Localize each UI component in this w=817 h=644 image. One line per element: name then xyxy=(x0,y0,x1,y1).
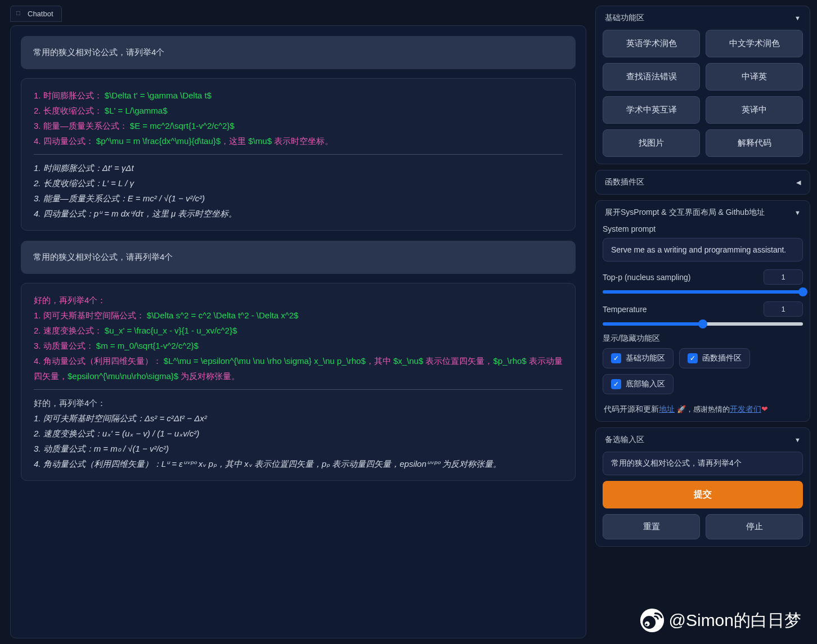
formula-text: ，其中 xyxy=(366,356,393,366)
chk-label: 基础功能区 xyxy=(626,353,665,363)
formula-label: 3. 动质量公式： xyxy=(34,341,94,350)
user-message: 常用的狭义相对论公式，请再列举4个 xyxy=(21,241,576,274)
rendered-formula: 2. 速度变换公式：uₓ′ = (uₓ − v) / (1 − uₓv/c²) xyxy=(34,426,563,441)
formula-label: 4. 角动量公式（利用四维矢量）： xyxy=(34,356,161,366)
submit-button[interactable]: 提交 xyxy=(603,481,803,508)
chk-basic[interactable]: ✓ 基础功能区 xyxy=(603,348,674,368)
advanced-header[interactable]: 展开SysPrompt & 交互界面布局 & Github地址 ▼ xyxy=(596,201,810,224)
checkbox-checked-icon: ✓ xyxy=(611,353,621,363)
latex-source: $\mu$ xyxy=(248,136,272,146)
panel-title: 展开SysPrompt & 交互界面布局 & Github地址 xyxy=(605,208,765,218)
formula-label: 2. 长度收缩公式： xyxy=(34,106,102,115)
reset-button[interactable]: 重置 xyxy=(603,514,700,539)
temperature-slider[interactable] xyxy=(603,322,803,326)
latex-source: $epsilon^{\mu\nu\rho\sigma}$ xyxy=(68,371,178,381)
formula-label: 4. 四动量公式： xyxy=(34,136,94,146)
formula-label: 1. 时间膨胀公式： xyxy=(34,91,102,100)
formula-text: 表示位置四矢量， xyxy=(423,356,493,366)
chevron-down-icon: ▼ xyxy=(794,436,801,443)
basic-functions-panel: 基础功能区 ▼ 英语学术润色 中文学术润色 查找语法错误 中译英 学术中英互译 … xyxy=(595,6,810,164)
latex-source: $\Delta s^2 = c^2 \Delta t^2 - \Delta x^… xyxy=(147,310,299,320)
rendered-formula: 4. 四动量公式：pᵘ = m dxᵘ/dτ，这里 μ 表示时空坐标。 xyxy=(34,206,563,221)
formula-text: ，这里 xyxy=(221,136,248,146)
fn-chinese-polish[interactable]: 中文学术润色 xyxy=(706,30,803,57)
latex-source: $L^\mu = \epsilon^{\mu \nu \rho \sigma} … xyxy=(164,356,366,366)
temperature-label: Temperature xyxy=(603,305,647,314)
formula-text: 好的，再列举4个： xyxy=(34,292,563,308)
formula-label: 2. 速度变换公式： xyxy=(34,326,102,335)
fn-grammar-check[interactable]: 查找语法错误 xyxy=(603,63,700,91)
fn-find-image[interactable]: 找图片 xyxy=(603,129,700,157)
topp-slider[interactable] xyxy=(603,290,803,294)
chat-panel: 常用的狭义相对论公式，请列举4个 1. 时间膨胀公式： $\Delta t' =… xyxy=(10,25,586,638)
prompt-input[interactable] xyxy=(603,452,803,475)
formula-text: 为反对称张量。 xyxy=(178,371,240,381)
fn-academic-translate[interactable]: 学术中英互译 xyxy=(603,96,700,124)
latex-source: $m = m_0/\sqrt{1-v^2/c^2}$ xyxy=(96,341,199,350)
latex-source: $\Delta t' = \gamma \Delta t$ xyxy=(105,91,212,100)
rocket-icon: 🚀，感谢热情的 xyxy=(675,405,730,413)
temperature-value[interactable]: 1 xyxy=(764,301,803,317)
formula-label: 3. 能量—质量关系公式： xyxy=(34,121,128,130)
panel-title: 基础功能区 xyxy=(605,13,644,23)
rendered-formula: 1. 时间膨胀公式：Δt′ = γΔt xyxy=(34,160,563,175)
bot-message: 1. 时间膨胀公式： $\Delta t' = \gamma \Delta t$… xyxy=(21,78,576,231)
source-link[interactable]: 地址 xyxy=(659,405,675,413)
heart-icon: ❤ xyxy=(761,405,768,413)
input-header[interactable]: 备选输入区 ▼ xyxy=(596,428,810,452)
checkbox-checked-icon: ✓ xyxy=(611,379,621,389)
tab-chatbot[interactable]: Chatbot xyxy=(10,6,62,22)
latex-source: $L' = L/\gamma$ xyxy=(105,106,168,115)
rendered-formula: 3. 能量—质量关系公式：E = mc² / √(1 − v²/c²) xyxy=(34,191,563,206)
user-message: 常用的狭义相对论公式，请列举4个 xyxy=(21,36,576,69)
chevron-down-icon: ▼ xyxy=(794,15,801,21)
latex-source: $E = mc^2/\sqrt{1-v^2/c^2}$ xyxy=(130,121,235,130)
sysprompt-input[interactable] xyxy=(603,238,803,262)
devs-link[interactable]: 开发者们 xyxy=(730,405,761,413)
plugin-header[interactable]: 函数插件区 ◀ xyxy=(596,170,810,194)
topp-value[interactable]: 1 xyxy=(764,269,803,285)
formula-label: 1. 闵可夫斯基时空间隔公式： xyxy=(34,310,145,320)
rendered-formula: 3. 动质量公式：m = m₀ / √(1 − v²/c²) xyxy=(34,441,563,456)
latex-source: $p_\rho$ xyxy=(493,356,526,366)
visibility-label: 显示/隐藏功能区 xyxy=(603,334,803,344)
rendered-formula: 4. 角动量公式（利用四维矢量）：Lᵘ = εᵘᵛᵖᵒ xᵥ pₚ，其中 xᵥ … xyxy=(34,456,563,471)
chk-plugin[interactable]: ✓ 函数插件区 xyxy=(679,348,750,368)
formula-text: 表示时空坐标。 xyxy=(272,136,333,146)
slider-thumb[interactable] xyxy=(698,319,707,328)
checkbox-checked-icon: ✓ xyxy=(688,353,698,363)
credits-text: 代码开源和更新地址 🚀，感谢热情的开发者们❤ xyxy=(603,402,803,415)
rendered-intro: 好的，再列举4个： xyxy=(34,395,563,411)
fn-english-polish[interactable]: 英语学术润色 xyxy=(603,30,700,57)
tab-bar: Chatbot xyxy=(10,6,586,22)
bot-message: 好的，再列举4个： 1. 闵可夫斯基时空间隔公式： $\Delta s^2 = … xyxy=(21,283,576,481)
fn-zh-to-en[interactable]: 中译英 xyxy=(706,63,803,91)
panel-title: 备选输入区 xyxy=(605,435,644,445)
basic-functions-header[interactable]: 基础功能区 ▼ xyxy=(596,6,810,30)
latex-source: $x_\nu$ xyxy=(393,356,423,366)
panel-title: 函数插件区 xyxy=(605,177,644,187)
fn-explain-code[interactable]: 解释代码 xyxy=(706,129,803,157)
stop-button[interactable]: 停止 xyxy=(706,514,803,539)
chevron-left-icon: ◀ xyxy=(796,179,801,186)
input-panel: 备选输入区 ▼ 提交 重置 停止 xyxy=(595,427,810,547)
slider-thumb[interactable] xyxy=(798,287,807,296)
chk-label: 底部输入区 xyxy=(626,379,665,389)
latex-source: $p^\mu = m \frac{dx^\mu}{d\tau}$ xyxy=(96,136,221,146)
advanced-panel: 展开SysPrompt & 交互界面布局 & Github地址 ▼ System… xyxy=(595,200,810,422)
rendered-formula: 2. 长度收缩公式：L′ = L / γ xyxy=(34,175,563,191)
chk-label: 函数插件区 xyxy=(702,353,742,363)
rendered-formula: 1. 闵可夫斯基时空间隔公式：Δs² = c²Δt² − Δx² xyxy=(34,411,563,426)
sysprompt-label: System prompt xyxy=(603,224,803,233)
topp-label: Top-p (nucleus sampling) xyxy=(603,273,690,282)
latex-source: $u_x' = \frac{u_x - v}{1 - u_xv/c^2}$ xyxy=(105,326,237,335)
fn-en-to-zh[interactable]: 英译中 xyxy=(706,96,803,124)
chk-bottom-input[interactable]: ✓ 底部输入区 xyxy=(603,374,674,394)
plugin-panel: 函数插件区 ◀ xyxy=(595,170,810,195)
chevron-down-icon: ▼ xyxy=(794,209,801,216)
